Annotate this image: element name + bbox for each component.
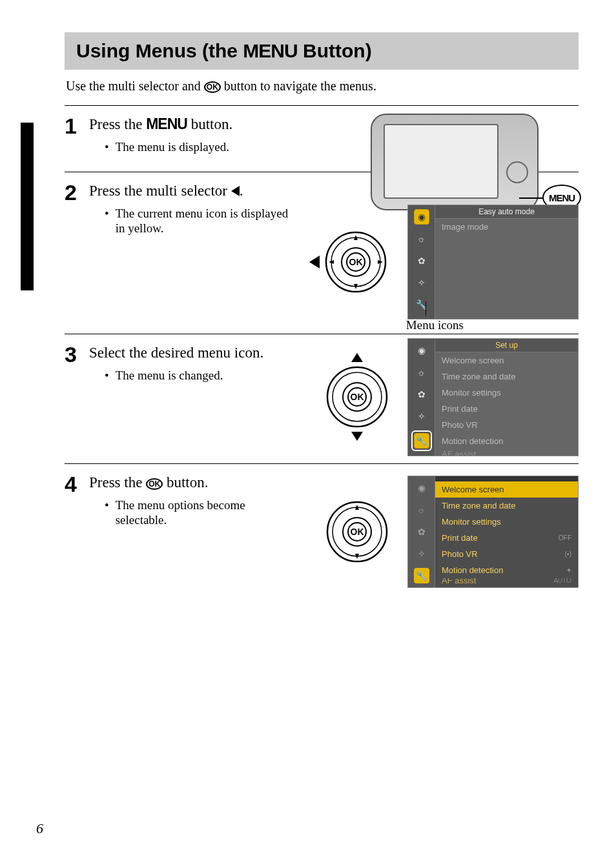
menu-row: Monitor settings (435, 385, 578, 401)
section-side-label: Parts of the Camera (22, 188, 32, 270)
page-number: 6 (36, 820, 43, 837)
scene-tab-icon: ☼ (414, 365, 429, 380)
menu-glyph: MENU (146, 116, 187, 132)
wrench-tab-icon: 🔧 (414, 568, 429, 583)
ok-button-icon: OK (347, 387, 367, 407)
highlight-up-arrow-icon (351, 353, 363, 362)
ok-icon: OK (204, 81, 221, 93)
ok-icon: OK (146, 478, 163, 490)
menu-pane: Welcome screen Time zone and date Monito… (435, 476, 578, 587)
menu-row: Welcome screen (435, 481, 578, 498)
menu-header: Set up (435, 339, 578, 352)
step-illustration: OK ◉ ☼ ✿ ✧ 🔧 Easy auto mode Image mode (323, 205, 579, 319)
menu-tab-column: ◉ ☼ ✿ ✧ 🔧 (408, 476, 435, 587)
menu-screen: ◉ ☼ ✿ ✧ 🔧 Welcome screen Time zone and d… (407, 476, 579, 588)
title-text-pre: Using Menus (the (76, 40, 243, 61)
step-heading: Press the MENU button. (89, 115, 296, 134)
effects-tab-icon: ✧ (414, 275, 429, 290)
menu-header-bar (435, 476, 578, 481)
step-illustration: OK ◉ ☼ ✿ ✧ 🔧 Welcome screen Time zone an… (325, 476, 579, 588)
step-2: 2 Press the multi selector . The current… (65, 172, 579, 334)
effects-tab-icon: ✧ (414, 546, 429, 561)
step-bullet: The current menu icon is displayed in ye… (105, 206, 298, 237)
ok-button-icon: OK (346, 252, 365, 272)
effects-tab-icon: ✧ (414, 409, 429, 424)
portrait-tab-icon: ✿ (414, 524, 429, 540)
step-illustration: OK ◉ ☼ ✿ ✧ 🔧 Set up Welcome screen Time … (325, 338, 579, 456)
menu-glyph: MENU (243, 40, 297, 61)
intro-post: button to navigate the menus. (221, 79, 376, 93)
menu-row: AF assistAUTO (435, 578, 578, 586)
menu-tab-column: ◉ ☼ ✿ ✧ 🔧 (408, 205, 435, 319)
camera-tab-icon: ◉ (414, 343, 429, 358)
multi-selector-dial: OK (325, 365, 389, 429)
menu-row: Time zone and date (435, 498, 578, 514)
menu-row: Time zone and date (435, 368, 578, 385)
menu-row: Welcome screen (435, 352, 578, 368)
menu-row: Image mode (435, 219, 578, 235)
annotation-tick (426, 301, 426, 316)
step-bullet: The menu is changed. (105, 368, 298, 383)
camera-tab-icon: ◉ (414, 480, 429, 496)
step-4: 4 Press the OK button. The menu options … (65, 464, 579, 593)
intro-text: Use the multi selector and OK button to … (65, 79, 579, 94)
menu-row: Motion detection (435, 433, 578, 449)
menu-screen: ◉ ☼ ✿ ✧ 🔧 Easy auto mode Image mode (407, 205, 579, 319)
menu-icons-annotation: Menu icons (406, 318, 464, 332)
step-3: 3 Select the desired menu icon. The menu… (65, 334, 579, 463)
menu-row: Monitor settings (435, 514, 578, 530)
multi-selector-dial: OK (325, 500, 389, 564)
menu-row: Photo VR(▪) (435, 546, 578, 562)
menu-row: AF assist (435, 449, 578, 456)
menu-row: Motion detection✦ (435, 562, 578, 578)
step-heading: Press the OK button. (89, 473, 296, 492)
menu-pane: Set up Welcome screen Time zone and date… (435, 339, 578, 456)
menu-tab-column: ◉ ☼ ✿ ✧ 🔧 (408, 339, 435, 456)
page-title: Using Menus (the MENU Button) (76, 40, 567, 62)
highlight-down-arrow-icon (351, 432, 363, 441)
scene-tab-icon: ☼ (414, 231, 429, 247)
step-heading: Press the multi selector . (89, 181, 296, 201)
camera-tab-icon: ◉ (414, 209, 429, 225)
step-number: 2 (65, 181, 89, 295)
step-number: 3 (65, 343, 89, 447)
menu-header: Easy auto mode (435, 205, 578, 219)
step-bullet: The menu options become selectable. (105, 498, 298, 529)
manual-page: Parts of the Camera 6 Using Menus (the M… (0, 0, 616, 868)
menu-screen: ◉ ☼ ✿ ✧ 🔧 Set up Welcome screen Time zon… (407, 338, 579, 456)
menu-pane: Easy auto mode Image mode (435, 205, 578, 319)
intro-pre: Use the multi selector and (66, 79, 204, 93)
wrench-tab-icon: 🔧 (411, 430, 432, 451)
portrait-tab-icon: ✿ (414, 387, 429, 402)
menu-row: Print dateOFF (435, 530, 578, 546)
step-1: 1 Press the MENU button. The menu is dis… (65, 106, 579, 172)
ok-button-icon: OK (347, 522, 367, 541)
scene-tab-icon: ☼ (414, 502, 429, 518)
menu-row: Photo VR (435, 417, 578, 433)
step-bullet: The menu is displayed. (105, 139, 298, 155)
left-arrow-icon (231, 186, 240, 196)
multi-selector-dial: OK (323, 230, 388, 294)
title-text-post: Button) (298, 40, 372, 61)
step-heading: Select the desired menu icon. (89, 343, 296, 363)
page-title-banner: Using Menus (the MENU Button) (65, 32, 579, 70)
step-number: 4 (65, 473, 89, 541)
highlight-left-arrow-icon (309, 256, 320, 268)
menu-row: Print date (435, 401, 578, 417)
step-number: 1 (65, 115, 89, 155)
wrench-tab-icon: 🔧 (414, 297, 429, 312)
portrait-tab-icon: ✿ (414, 253, 429, 268)
